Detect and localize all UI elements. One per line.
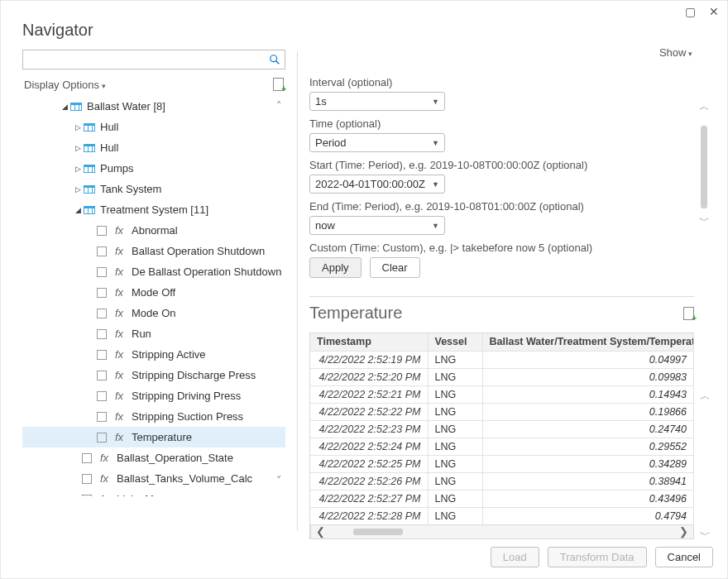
checkbox[interactable] (97, 433, 107, 443)
time-combo[interactable]: Period ▼ (309, 133, 445, 152)
tree-scroll-down-icon[interactable]: ˅ (276, 474, 282, 486)
display-options-dropdown[interactable]: Display Options (24, 79, 106, 91)
cell-vessel: LNG (428, 368, 482, 385)
cell-timestamp: 4/22/2022 2:52:26 PM (310, 472, 428, 490)
load-button: Load (491, 547, 539, 567)
checkbox[interactable] (97, 309, 107, 318)
checkbox[interactable] (97, 391, 107, 401)
preview-export-icon[interactable] (683, 307, 694, 320)
tree-item[interactable]: Stripping Active (132, 348, 206, 361)
tree-item[interactable]: Abnormal (132, 224, 178, 237)
maximize-icon[interactable]: ▢ (685, 6, 696, 17)
tree-item[interactable]: Mode On (132, 307, 175, 319)
tree-folder[interactable]: Pumps (100, 162, 133, 175)
close-icon[interactable]: ✕ (709, 6, 719, 17)
checkbox[interactable] (97, 371, 107, 380)
new-query-icon[interactable] (273, 78, 284, 91)
tree-folder[interactable]: Tank System (100, 183, 161, 195)
cell-value: 0.24740 (482, 420, 694, 438)
tree-scroll-up-icon[interactable]: ˄ (276, 99, 282, 112)
checkbox[interactable] (97, 288, 107, 298)
table-row[interactable]: 4/22/2022 2:52:24 PMLNG0.29552 (310, 438, 694, 455)
apply-button[interactable]: Apply (309, 257, 362, 278)
checkbox[interactable] (97, 267, 107, 277)
expander-icon[interactable]: ▷ (72, 185, 84, 194)
fx-icon: fx (113, 369, 125, 381)
cell-timestamp: 4/22/2022 2:52:25 PM (310, 455, 428, 472)
chevron-down-icon: ▼ (432, 222, 439, 230)
tree-item[interactable]: Links Map (117, 493, 165, 496)
tree-item[interactable]: Stripping Discharge Press (132, 369, 256, 381)
tree-item[interactable]: Temperature (132, 431, 192, 443)
expander-icon[interactable]: ◢ (72, 206, 84, 214)
expander-icon[interactable]: ▷ (72, 144, 84, 152)
table-row[interactable]: 4/22/2022 2:52:19 PMLNG0.04997 (310, 351, 694, 368)
cell-value: 0.38941 (482, 472, 694, 490)
cell-vessel: LNG (428, 438, 482, 455)
table-scroll-up-icon[interactable]: ︿ (700, 389, 711, 404)
cell-timestamp: 4/22/2022 2:52:24 PM (310, 438, 428, 455)
table-row[interactable]: 4/22/2022 2:52:20 PMLNG0.09983 (310, 368, 694, 385)
tree-item[interactable]: Run (132, 328, 151, 340)
tree-item[interactable]: Mode Off (132, 286, 175, 299)
tree-folder[interactable]: Hull (100, 141, 118, 154)
col-vessel[interactable]: Vessel (428, 333, 482, 351)
checkbox[interactable] (97, 412, 107, 422)
hscroll-left-icon[interactable]: ❮ (316, 525, 325, 538)
start-combo[interactable]: 2022-04-01T00:00:00Z ▼ (309, 175, 445, 194)
hscroll-right-icon[interactable]: ❯ (679, 525, 688, 538)
table-row[interactable]: 4/22/2022 2:52:28 PMLNG0.4794 (310, 507, 694, 524)
form-scroll-thumb[interactable] (701, 126, 707, 208)
tree-item[interactable]: Stripping Suction Press (132, 410, 243, 423)
interval-combo[interactable]: 1s ▼ (309, 92, 445, 111)
col-value[interactable]: Ballast Water/Treatment System/Temperatu… (482, 333, 694, 351)
table-row[interactable]: 4/22/2022 2:52:23 PMLNG0.24740 (310, 420, 694, 438)
expander-icon[interactable]: ▷ (72, 165, 84, 173)
tree-root[interactable]: Ballast Water [8] (87, 100, 165, 112)
checkbox[interactable] (82, 453, 92, 463)
hscroll-thumb[interactable] (353, 529, 403, 535)
tree-item[interactable]: Ballast Operation Shutdown (132, 245, 265, 257)
tree-item[interactable]: Ballast_Operation_State (117, 452, 233, 464)
tree-item[interactable]: Stripping Driving Press (132, 390, 241, 402)
checkbox[interactable] (82, 495, 92, 497)
form-scroll-down-icon[interactable]: ﹀ (699, 213, 710, 228)
fx-icon: fx (113, 328, 125, 340)
show-dropdown[interactable]: Show (659, 46, 692, 59)
col-timestamp[interactable]: Timestamp (310, 333, 428, 351)
pane-divider[interactable] (297, 51, 298, 531)
search-input[interactable] (23, 50, 265, 69)
end-combo[interactable]: now ▼ (309, 216, 445, 235)
checkbox[interactable] (97, 226, 107, 236)
checkbox[interactable] (97, 329, 107, 339)
checkbox[interactable] (97, 246, 107, 256)
clear-button[interactable]: Clear (370, 257, 420, 278)
search-icon[interactable] (265, 50, 285, 69)
checkbox[interactable] (82, 474, 92, 484)
cell-timestamp: 4/22/2022 2:52:28 PM (310, 507, 428, 524)
fx-icon: fx (113, 224, 125, 237)
expander-icon[interactable]: ◢ (59, 103, 70, 111)
fx-icon: fx (113, 431, 125, 443)
table-row[interactable]: 4/22/2022 2:52:22 PMLNG0.19866 (310, 403, 694, 420)
tree-folder[interactable]: Hull (100, 121, 118, 133)
search-input-wrap[interactable] (22, 50, 285, 69)
table-row[interactable]: 4/22/2022 2:52:25 PMLNG0.34289 (310, 455, 694, 472)
tree-item[interactable]: De Ballast Operation Shutdown (132, 266, 281, 278)
cell-vessel: LNG (428, 420, 482, 438)
tree-item[interactable]: Ballast_Tanks_Volume_Calc (117, 472, 252, 485)
table-row[interactable]: 4/22/2022 2:52:21 PMLNG0.14943 (310, 385, 694, 403)
table-row[interactable]: 4/22/2022 2:52:26 PMLNG0.38941 (310, 472, 694, 490)
expander-icon[interactable]: ▷ (72, 123, 84, 132)
cancel-button[interactable]: Cancel (655, 547, 713, 567)
chevron-down-icon: ▼ (432, 98, 439, 106)
cell-value: 0.4794 (482, 507, 694, 524)
tree-folder-treatment[interactable]: Treatment System [11] (100, 203, 208, 216)
cell-vessel: LNG (428, 490, 482, 507)
table-row[interactable]: 4/22/2022 2:52:27 PMLNG0.43496 (310, 490, 694, 507)
checkbox[interactable] (97, 350, 107, 360)
table-hscroll[interactable]: ❮ ❯ (310, 524, 694, 539)
form-scroll-up-icon[interactable]: ︿ (699, 99, 710, 114)
table-scroll-down-icon[interactable]: ﹀ (700, 528, 711, 543)
cell-value: 0.09983 (482, 368, 694, 385)
